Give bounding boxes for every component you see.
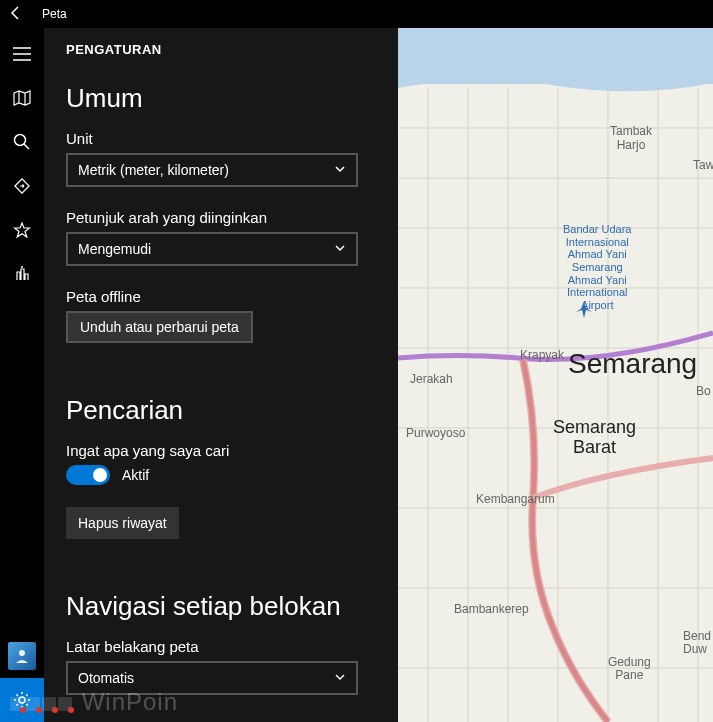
remember-search-label: Ingat apa yang saya cari	[66, 442, 374, 459]
place-purwoyoso: Purwoyoso	[406, 426, 465, 440]
place-bend: BendDuw	[683, 630, 711, 656]
map-icon[interactable]	[0, 76, 44, 120]
place-kembangarum: Kembangarum	[476, 492, 555, 506]
favorites-icon[interactable]	[0, 208, 44, 252]
place-krapyak: Krapyak	[520, 348, 564, 362]
settings-panel: PENGATURAN Umum Unit Metrik (meter, kilo…	[44, 28, 398, 722]
directions-value: Mengemudi	[78, 241, 151, 257]
unit-value: Metrik (meter, kilometer)	[78, 162, 229, 178]
remember-search-toggle[interactable]	[66, 465, 110, 485]
directions-icon[interactable]	[0, 164, 44, 208]
svg-point-4	[19, 697, 25, 703]
titlebar: Peta	[0, 0, 713, 28]
settings-icon[interactable]	[0, 678, 44, 722]
3d-cities-icon[interactable]	[0, 252, 44, 296]
map-bg-value: Otomatis	[78, 670, 134, 686]
place-semarang: Semarang	[568, 348, 697, 380]
place-jerakah: Jerakah	[410, 372, 453, 386]
map-bg-label: Latar belakang peta	[66, 638, 374, 655]
place-airport: Bandar UdaraInternasionalAhmad YaniSemar…	[563, 223, 632, 311]
panel-title: PENGATURAN	[66, 42, 374, 57]
offline-label: Peta offline	[66, 288, 374, 305]
map-bg-select[interactable]: Otomatis	[66, 661, 358, 695]
directions-label: Petunjuk arah yang diinginkan	[66, 209, 374, 226]
svg-point-3	[19, 650, 25, 656]
section-search-heading: Pencarian	[66, 395, 374, 426]
download-maps-button[interactable]: Unduh atau perbarui peta	[66, 311, 253, 343]
chevron-down-icon	[334, 670, 346, 686]
chevron-down-icon	[334, 162, 346, 178]
directions-select[interactable]: Mengemudi	[66, 232, 358, 266]
back-button[interactable]	[8, 5, 24, 24]
place-bo: Bo	[696, 384, 711, 398]
chevron-down-icon	[334, 241, 346, 257]
place-tambak-harjo: TambakHarjo	[610, 124, 652, 152]
place-bambankerep: Bambankerep	[454, 602, 529, 616]
svg-point-0	[15, 135, 26, 146]
hamburger-icon[interactable]	[0, 32, 44, 76]
map-view[interactable]: TambakHarjo Tawa Bandar UdaraInternasion…	[398, 28, 713, 722]
app-title: Peta	[42, 7, 67, 21]
search-icon[interactable]	[0, 120, 44, 164]
unit-label: Unit	[66, 130, 374, 147]
account-icon[interactable]	[0, 634, 44, 678]
place-semarang-barat: SemarangBarat	[553, 418, 636, 458]
toggle-state-label: Aktif	[122, 467, 149, 483]
svg-point-2	[21, 266, 23, 268]
unit-select[interactable]: Metrik (meter, kilometer)	[66, 153, 358, 187]
section-general-heading: Umum	[66, 83, 374, 114]
place-tawa: Tawa	[693, 158, 713, 172]
clear-history-button[interactable]: Hapus riwayat	[66, 507, 179, 539]
place-gedung: GedungPane	[608, 656, 651, 682]
sidebar	[0, 28, 44, 722]
section-nav-heading: Navigasi setiap belokan	[66, 591, 374, 622]
